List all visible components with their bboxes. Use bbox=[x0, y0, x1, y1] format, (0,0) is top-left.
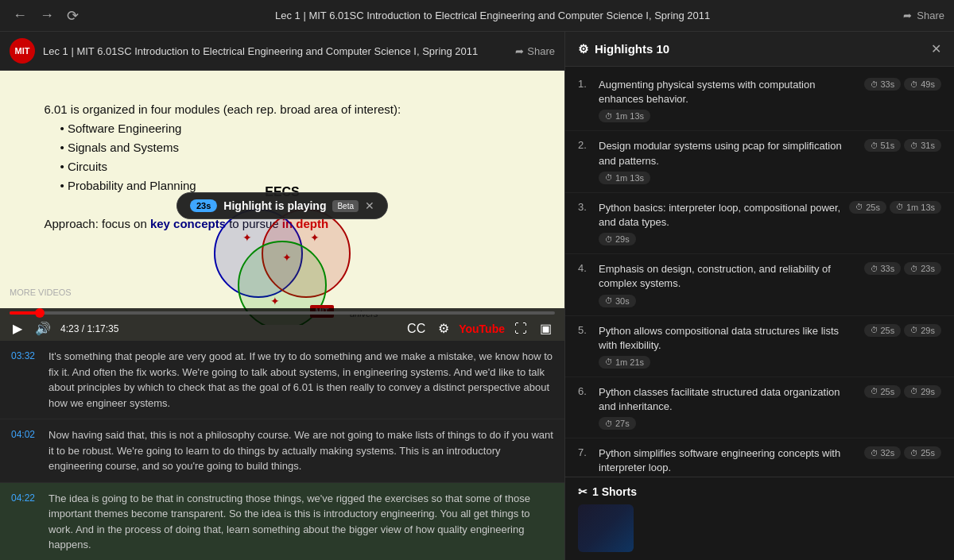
highlight-number: 1. bbox=[578, 78, 594, 90]
highlight-subtags: ⏱1m 13s bbox=[599, 110, 941, 122]
clock-icon: ⏱ bbox=[605, 235, 613, 244]
svg-text:✦: ✦ bbox=[310, 231, 320, 244]
highlight-number: 7. bbox=[578, 446, 594, 458]
clock-icon: ⏱ bbox=[910, 141, 918, 150]
highlight-description: Emphasis on design, construction, and re… bbox=[599, 262, 859, 291]
volume-button[interactable]: 🔊 bbox=[32, 319, 54, 338]
share-arrow-icon: ➦ bbox=[515, 45, 524, 57]
highlights-title: ⚙ Highlights 10 bbox=[578, 42, 669, 56]
history-button[interactable]: ⟳ bbox=[64, 4, 82, 28]
close-highlights-button[interactable]: ✕ bbox=[931, 41, 941, 56]
highlight-tag: ⏱51s bbox=[864, 139, 902, 152]
highlight-subtag: ⏱1m 21s bbox=[599, 356, 650, 369]
progress-knob[interactable] bbox=[35, 308, 45, 318]
highlight-time-badge: 23s bbox=[190, 199, 217, 212]
highlight-item[interactable]: 6. Python classes facilitate structured … bbox=[565, 377, 954, 438]
play-button[interactable]: ▶ bbox=[10, 319, 25, 338]
clock-icon: ⏱ bbox=[605, 296, 613, 305]
shorts-section: ✂ 1 Shorts bbox=[565, 477, 954, 560]
highlight-description: Design modular systems using pcap for si… bbox=[599, 139, 859, 168]
highlights-header: ⚙ Highlights 10 ✕ bbox=[565, 32, 954, 67]
highlight-subtag: ⏱1m 13s bbox=[599, 110, 650, 122]
beta-badge: Beta bbox=[332, 200, 359, 212]
highlight-tag: ⏱25s bbox=[904, 446, 941, 459]
transcript-time: 04:22 bbox=[11, 491, 39, 553]
highlight-item[interactable]: 5. Python allows compositional data stru… bbox=[565, 316, 954, 377]
clock-icon: ⏱ bbox=[871, 141, 878, 150]
clock-icon: ⏱ bbox=[896, 203, 904, 211]
highlight-description: Python simplifies software engineering c… bbox=[599, 446, 859, 475]
window-title: Lec 1 | MIT 6.01SC Introduction to Elect… bbox=[91, 10, 894, 21]
highlight-subtag: ⏱1m 13s bbox=[599, 172, 650, 184]
transcript-entry[interactable]: 03:32 It's something that people are ver… bbox=[0, 341, 564, 419]
clock-icon: ⏱ bbox=[605, 357, 613, 366]
highlight-tag: ⏱29s bbox=[904, 385, 941, 398]
slide-intro: 6.01 is organized in four modules (each … bbox=[45, 100, 521, 119]
highlight-item[interactable]: 1. Augmenting physical systems with comp… bbox=[565, 70, 954, 131]
fullscreen-button[interactable]: ⛶ bbox=[511, 320, 530, 338]
highlight-item[interactable]: 3. Python basics: interpreter loop, comp… bbox=[565, 193, 954, 254]
slide-bullet-1: • Software Engineering bbox=[60, 119, 521, 138]
highlight-tag: ⏱25s bbox=[864, 385, 902, 398]
highlight-tag: ⏱29s bbox=[904, 324, 941, 337]
transcript-area[interactable]: 03:32 It's something that people are ver… bbox=[0, 341, 564, 560]
left-panel: MIT Lec 1 | MIT 6.01SC Introduction to E… bbox=[0, 32, 564, 560]
highlight-item[interactable]: 4. Emphasis on design, construction, and… bbox=[565, 254, 954, 315]
highlight-tag: ⏱33s bbox=[864, 78, 902, 91]
back-button[interactable]: ← bbox=[10, 4, 30, 27]
transcript-text: Now having said that, this is not a phil… bbox=[48, 427, 553, 474]
highlight-subtag: ⏱30s bbox=[599, 295, 636, 307]
share-button[interactable]: ➦ Share bbox=[515, 45, 555, 57]
clock-icon: ⏱ bbox=[871, 387, 878, 396]
clock-icon: ⏱ bbox=[855, 203, 863, 211]
highlight-item[interactable]: 7. Python simplifies software engineerin… bbox=[565, 438, 954, 477]
forward-button[interactable]: → bbox=[37, 4, 57, 27]
transcript-time: 04:02 bbox=[11, 427, 39, 474]
video-header: MIT Lec 1 | MIT 6.01SC Introduction to E… bbox=[0, 32, 564, 71]
share-icon: ➦ bbox=[903, 10, 912, 21]
top-bar: ← → ⟳ Lec 1 | MIT 6.01SC Introduction to… bbox=[0, 0, 954, 32]
miniplayer-button[interactable]: ▣ bbox=[537, 319, 555, 338]
right-panel: ⚙ Highlights 10 ✕ 1. Augmenting physical… bbox=[564, 32, 954, 560]
progress-bar[interactable] bbox=[10, 311, 555, 315]
highlight-tag: ⏱49s bbox=[904, 78, 941, 91]
main-layout: MIT Lec 1 | MIT 6.01SC Introduction to E… bbox=[0, 32, 954, 560]
youtube-logo: YouTube bbox=[459, 322, 505, 335]
highlight-subtag: ⏱29s bbox=[599, 233, 636, 245]
highlight-number: 2. bbox=[578, 139, 594, 151]
cc-button[interactable]: CC bbox=[404, 320, 429, 338]
shorts-thumbnail[interactable] bbox=[578, 504, 634, 552]
close-highlight-button[interactable]: ✕ bbox=[365, 199, 374, 212]
highlight-description: Python basics: interpreter loop, composi… bbox=[599, 201, 844, 230]
controls-row: ▶ 🔊 4:23 / 1:17:35 CC ⚙ YouTube ⛶ ▣ bbox=[10, 319, 555, 338]
highlight-subtags: ⏱29s bbox=[599, 233, 941, 245]
clock-icon: ⏱ bbox=[871, 265, 878, 273]
svg-text:✦: ✦ bbox=[282, 251, 292, 264]
video-area[interactable]: 6.01 is organized in four modules (each … bbox=[0, 71, 564, 341]
clock-icon: ⏱ bbox=[910, 265, 918, 273]
highlight-number: 6. bbox=[578, 385, 594, 397]
transcript-entry[interactable]: 04:02 Now having said that, this is not … bbox=[0, 419, 564, 483]
video-controls: MORE VIDEOS ▶ 🔊 4:23 / 1:17:35 CC ⚙ YouT… bbox=[0, 308, 564, 341]
transcript-text: The idea is going to be that in construc… bbox=[48, 491, 553, 553]
more-videos-label: MORE VIDEOS bbox=[0, 284, 81, 300]
clock-icon: ⏱ bbox=[910, 449, 918, 458]
video-title: Lec 1 | MIT 6.01SC Introduction to Elect… bbox=[43, 45, 507, 57]
top-share-button[interactable]: ➦ Share bbox=[903, 10, 944, 21]
highlight-playing-text: Highlight is playing bbox=[223, 199, 326, 212]
highlight-description: Python allows compositional data structu… bbox=[599, 324, 859, 353]
highlight-subtag: ⏱27s bbox=[599, 417, 636, 430]
highlight-number: 3. bbox=[578, 201, 594, 213]
transcript-entry[interactable]: 04:22 The idea is going to be that in co… bbox=[0, 483, 564, 561]
highlight-tag: ⏱25s bbox=[849, 201, 886, 214]
highlight-description: Augmenting physical systems with computa… bbox=[599, 78, 859, 106]
highlight-tag: ⏱33s bbox=[864, 262, 902, 275]
settings-button[interactable]: ⚙ bbox=[435, 319, 452, 338]
clock-icon: ⏱ bbox=[910, 326, 918, 334]
highlight-item[interactable]: 2. Design modular systems using pcap for… bbox=[565, 131, 954, 192]
highlight-tag: ⏱25s bbox=[864, 324, 902, 337]
highlight-subtags: ⏱1m 13s bbox=[599, 172, 941, 184]
highlight-tag: ⏱32s bbox=[864, 446, 902, 459]
highlights-list[interactable]: 1. Augmenting physical systems with comp… bbox=[565, 67, 954, 477]
clock-icon: ⏱ bbox=[910, 80, 918, 89]
